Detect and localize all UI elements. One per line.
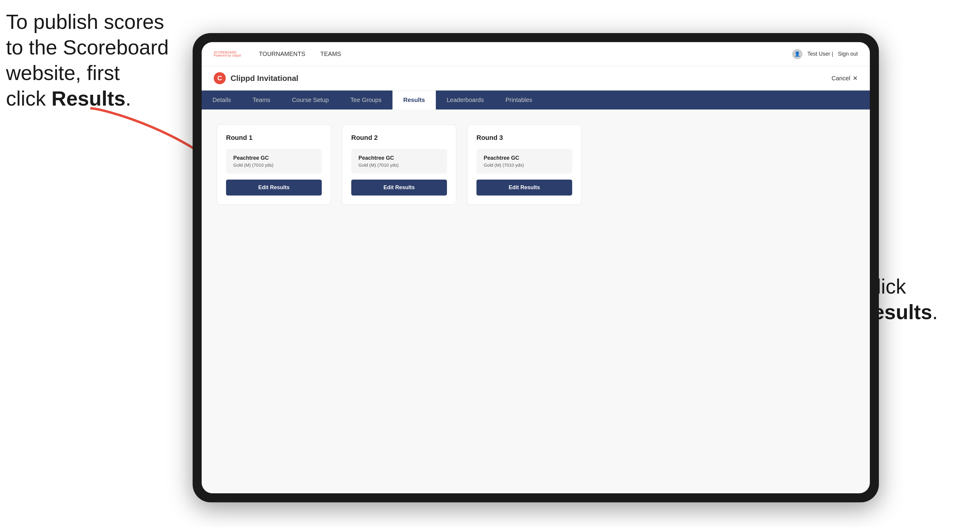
- round-2-title: Round 2: [351, 134, 447, 142]
- round-2-course-name: Peachtree GC: [358, 155, 440, 161]
- round-2-course-card: Peachtree GC Gold (M) (7010 yds): [351, 149, 447, 173]
- round-2-card: Round 2 Peachtree GC Gold (M) (7010 yds)…: [342, 125, 456, 205]
- logo-title: SCOREBOARD Powered by clippd: [214, 51, 241, 57]
- tab-printables[interactable]: Printables: [495, 90, 543, 110]
- edit-results-btn-3[interactable]: Edit Results: [476, 179, 572, 195]
- instruction-line1: To publish scores: [6, 10, 164, 33]
- round-1-course-name: Peachtree GC: [233, 155, 315, 161]
- instruction-line2: to the Scoreboard: [6, 36, 169, 59]
- logo: SCOREBOARD Powered by clippd: [214, 51, 241, 57]
- round-3-card: Round 3 Peachtree GC Gold (M) (7010 yds)…: [467, 125, 582, 205]
- tablet-frame: SCOREBOARD Powered by clippd TOURNAMENTS…: [192, 33, 879, 502]
- tab-teams[interactable]: Teams: [242, 90, 281, 110]
- tournament-icon: C: [214, 72, 226, 84]
- tournament-header: C Clippd Invitational Cancel ✕: [202, 66, 870, 90]
- tab-tee-groups[interactable]: Tee Groups: [339, 90, 392, 110]
- round-2-course-detail: Gold (M) (7010 yds): [358, 162, 440, 168]
- close-icon: ✕: [853, 75, 858, 82]
- tab-course-setup[interactable]: Course Setup: [281, 90, 339, 110]
- instruction-line4: click Results.: [6, 87, 131, 110]
- nav-teams[interactable]: TEAMS: [320, 51, 341, 57]
- instruction-left-text: To publish scores to the Scoreboard webs…: [6, 9, 169, 111]
- round-3-course-name: Peachtree GC: [484, 155, 565, 161]
- round-3-course-card: Peachtree GC Gold (M) (7010 yds): [476, 149, 572, 173]
- user-label: Test User |: [807, 51, 833, 57]
- instruction-line3: website, first: [6, 61, 120, 84]
- edit-results-btn-1[interactable]: Edit Results: [226, 179, 322, 195]
- tab-details[interactable]: Details: [202, 90, 242, 110]
- round-1-course-detail: Gold (M) (7010 yds): [233, 162, 315, 168]
- round-3-course-detail: Gold (M) (7010 yds): [484, 162, 565, 168]
- tournament-title: C Clippd Invitational: [214, 72, 298, 84]
- round-1-course-card: Peachtree GC Gold (M) (7010 yds): [226, 149, 322, 173]
- nav-tournaments[interactable]: TOURNAMENTS: [259, 51, 305, 57]
- cancel-button[interactable]: Cancel ✕: [832, 75, 858, 82]
- tab-results[interactable]: Results: [393, 90, 436, 110]
- tournament-name: Clippd Invitational: [231, 74, 298, 83]
- round-3-title: Round 3: [476, 134, 572, 142]
- tablet-screen: SCOREBOARD Powered by clippd TOURNAMENTS…: [202, 42, 870, 493]
- round-1-card: Round 1 Peachtree GC Gold (M) (7010 yds)…: [217, 125, 331, 205]
- nav-links: TOURNAMENTS TEAMS: [259, 51, 792, 57]
- nav-right: 👤 Test User | Sign out: [792, 49, 858, 59]
- main-content: Round 1 Peachtree GC Gold (M) (7010 yds)…: [202, 110, 870, 493]
- sign-out-link[interactable]: Sign out: [838, 51, 858, 57]
- tab-navigation: Details Teams Course Setup Tee Groups Re…: [202, 90, 870, 110]
- rounds-grid: Round 1 Peachtree GC Gold (M) (7010 yds)…: [217, 125, 855, 205]
- user-icon: 👤: [792, 49, 802, 59]
- top-nav: SCOREBOARD Powered by clippd TOURNAMENTS…: [202, 42, 870, 66]
- logo-area: SCOREBOARD Powered by clippd: [214, 51, 241, 57]
- edit-results-btn-2[interactable]: Edit Results: [351, 179, 447, 195]
- tab-leaderboards[interactable]: Leaderboards: [436, 90, 495, 110]
- round-1-title: Round 1: [226, 134, 322, 142]
